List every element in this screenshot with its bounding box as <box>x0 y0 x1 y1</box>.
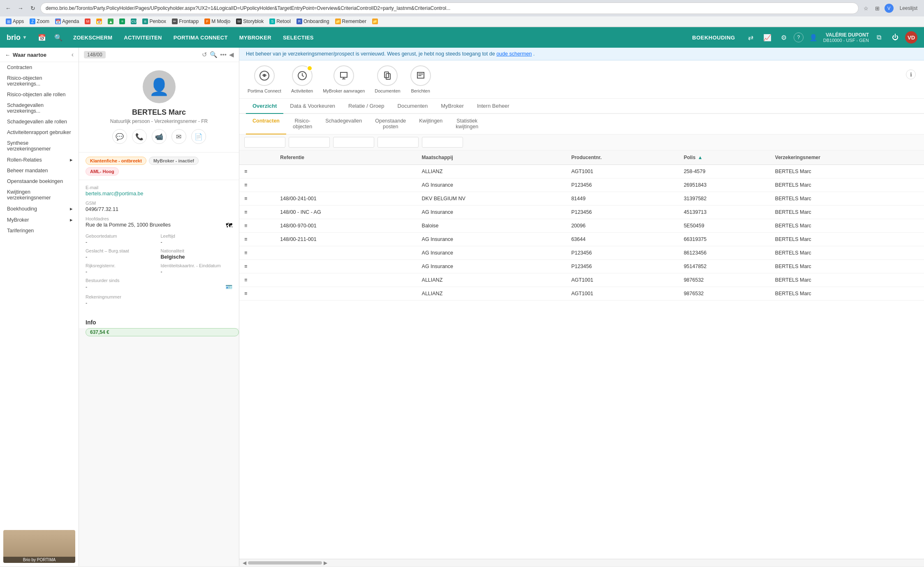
back-button[interactable]: ← <box>3 3 13 13</box>
scroll-right-icon[interactable]: ▶ <box>324 560 327 566</box>
sidebar-item-beheer-mandaten[interactable]: Beheer mandaten <box>0 165 79 176</box>
sidebar-item-boekhouding[interactable]: Boekhouding ▸ <box>0 203 79 214</box>
star-button[interactable]: ☆ <box>861 3 871 13</box>
bookmark-drive[interactable]: ▲ <box>105 18 116 25</box>
filter-producent[interactable] <box>333 137 374 148</box>
sidebar-item-contracten[interactable]: Contracten <box>0 62 79 73</box>
tab-overzicht[interactable]: Overzicht <box>246 99 283 114</box>
old-screens-link[interactable]: oude schermen <box>496 51 532 57</box>
tab-mybroker[interactable]: MyBroker <box>434 99 470 114</box>
bookmark-brio[interactable]: B Penbox <box>140 18 169 25</box>
sidebar-item-rollen-relaties[interactable]: Rollen-Relaties ▸ <box>0 154 79 165</box>
sidebar-item-schadegevallen-vn[interactable]: Schadegevallen verzekerings... <box>0 100 79 116</box>
profile-button[interactable]: V <box>884 3 894 13</box>
bookmark-storyblok[interactable]: S Retool <box>267 18 293 25</box>
bookmark-onboarding[interactable]: 📁 Remember <box>333 18 369 25</box>
tab-data-voorkeuren[interactable]: Data & Voorkeuren <box>283 99 342 114</box>
user-icon-btn[interactable]: 👤 <box>807 31 820 44</box>
help-icon-btn[interactable]: ? <box>794 32 804 42</box>
bookmark-cu[interactable]: CU <box>128 18 139 25</box>
row-menu-icon[interactable]: ≡ <box>239 260 275 273</box>
leeslijst-button[interactable]: Leeslijst <box>896 3 921 13</box>
chat-action-button[interactable]: 💬 <box>112 129 127 144</box>
scroll-left-icon[interactable]: ◀ <box>243 560 246 566</box>
nav-portima-connect[interactable]: PORTIMA CONNECT <box>169 32 233 43</box>
th-verzekeringsnemer[interactable]: Verzekeringsnemer <box>770 150 924 165</box>
copy-icon-btn[interactable]: ⧉ <box>872 31 885 44</box>
content-tab-kwijtingen[interactable]: Kwijtingen <box>412 114 449 134</box>
calendar-icon-btn[interactable]: 📅 <box>35 31 49 44</box>
table-scrollbar[interactable] <box>248 561 322 565</box>
document-action-button[interactable]: 📄 <box>191 129 206 144</box>
th-referentie[interactable]: Referentie <box>275 150 417 165</box>
content-tab-contracten[interactable]: Contracten <box>246 114 286 134</box>
bookmark-agenda[interactable]: 📅 Agenda <box>53 18 81 25</box>
sidebar-item-risico-vn[interactable]: Risico-objecten verzekerings... <box>0 73 79 89</box>
info-button[interactable]: ℹ <box>906 69 916 79</box>
bookmark-retool[interactable]: R Onboarding <box>294 18 332 25</box>
tab-intern-beheer[interactable]: Intern Beheer <box>470 99 516 114</box>
phone-action-button[interactable]: 📞 <box>132 129 147 144</box>
row-menu-icon[interactable]: ≡ <box>239 287 275 301</box>
filter-polis[interactable] <box>377 137 419 148</box>
avatar[interactable]: VD <box>905 31 917 44</box>
sidebar-item-mybroker[interactable]: MyBroker ▸ <box>0 214 79 225</box>
tab-documenten[interactable]: Documenten <box>391 99 435 114</box>
nav-zoekscherm[interactable]: ZOEKSCHERM <box>68 32 117 43</box>
sidebar-collapse-icon[interactable]: ‹ <box>72 51 74 58</box>
more-options-icon[interactable]: ••• <box>220 51 227 58</box>
refresh-record-icon[interactable]: ↺ <box>202 51 207 58</box>
transfer-icon-btn[interactable]: ⇄ <box>744 31 757 44</box>
email-value[interactable]: bertels.marc@portima.be <box>86 191 232 197</box>
collapse-middle-icon[interactable]: ◀ <box>229 51 234 58</box>
sidebar-item-openstaande-boekingen[interactable]: Openstaande boekingen <box>0 176 79 187</box>
search-record-icon[interactable]: 🔍 <box>210 51 218 58</box>
row-menu-icon[interactable]: ≡ <box>239 192 275 206</box>
forward-button[interactable]: → <box>16 3 25 13</box>
row-menu-icon[interactable]: ≡ <box>239 178 275 192</box>
email-action-button[interactable]: ✉ <box>171 129 186 144</box>
sidebar-item-synthese[interactable]: Synthese verzekeringsnemer <box>0 138 79 154</box>
bookmark-frontapp[interactable]: F M Modjo <box>202 18 233 25</box>
video-action-button[interactable]: 📹 <box>152 129 167 144</box>
sidebar-item-tariferingen[interactable]: Tariferingen <box>0 225 79 236</box>
content-tab-schadegevallen[interactable]: Schadegevallen <box>319 114 368 134</box>
documenten-item[interactable]: Documenten <box>375 65 400 93</box>
filter-referentie[interactable] <box>244 137 285 148</box>
map-icon[interactable]: 🗺 <box>226 222 232 229</box>
url-bar[interactable] <box>40 2 859 14</box>
filter-maatschappij[interactable] <box>289 137 330 148</box>
row-menu-icon[interactable]: ≡ <box>239 246 275 260</box>
bookmark-sheets[interactable]: ≡ <box>117 18 127 25</box>
mybroker-aanvragen-item[interactable]: MyBroker aanvragen <box>323 65 365 93</box>
sidebar-item-schadegevallen-alle[interactable]: Schadegevallen alle rollen <box>0 116 79 127</box>
chart-icon-btn[interactable]: 📈 <box>761 31 774 44</box>
row-menu-icon[interactable]: ≡ <box>239 219 275 233</box>
sidebar-item-activiteitenrapport[interactable]: Activiteitenrapport gebruiker <box>0 127 79 138</box>
aml-badge[interactable]: AML- Hoog <box>86 167 119 176</box>
nav-selecties[interactable]: SELECTIES <box>278 32 319 43</box>
search-icon-btn[interactable]: 🔍 <box>52 31 65 44</box>
content-tab-risico-objecten[interactable]: Risico-objecten <box>286 114 319 134</box>
bookmark-modjo[interactable]: M Storyblok <box>234 18 266 25</box>
nav-mybroker[interactable]: MYBROKER <box>234 32 276 43</box>
nav-activiteiten[interactable]: ACTIVITEITEN <box>119 32 167 43</box>
bookmark-zoom[interactable]: Z Zoom <box>27 18 52 25</box>
th-polis[interactable]: Polis ▲ <box>679 150 770 165</box>
bookmark-penbox[interactable]: ✏ Frontapp <box>169 18 201 25</box>
th-producentnr[interactable]: Producentnr. <box>566 150 679 165</box>
row-menu-icon[interactable]: ≡ <box>239 165 275 178</box>
bookmark-apps[interactable]: ⊞ Apps <box>3 18 26 25</box>
bookmark-remember[interactable]: 📁 <box>370 18 382 25</box>
power-icon-btn[interactable]: ⏻ <box>889 31 902 44</box>
th-maatschappij[interactable]: Maatschappij <box>417 150 567 165</box>
bookmark-gmail[interactable]: M <box>82 18 93 25</box>
row-menu-icon[interactable]: ≡ <box>239 206 275 219</box>
row-menu-icon[interactable]: ≡ <box>239 273 275 287</box>
tab-relatie-groep[interactable]: Relatie / Groep <box>342 99 391 114</box>
berichten-item[interactable]: Berichten <box>410 65 431 93</box>
boekhouding-button[interactable]: BOEKHOUDING <box>686 32 741 43</box>
extensions-button[interactable]: ⊞ <box>873 3 882 13</box>
content-tab-openstaande-posten[interactable]: Openstaandeposten <box>368 114 412 134</box>
bookmark-calendar[interactable]: 📅 <box>94 18 104 25</box>
